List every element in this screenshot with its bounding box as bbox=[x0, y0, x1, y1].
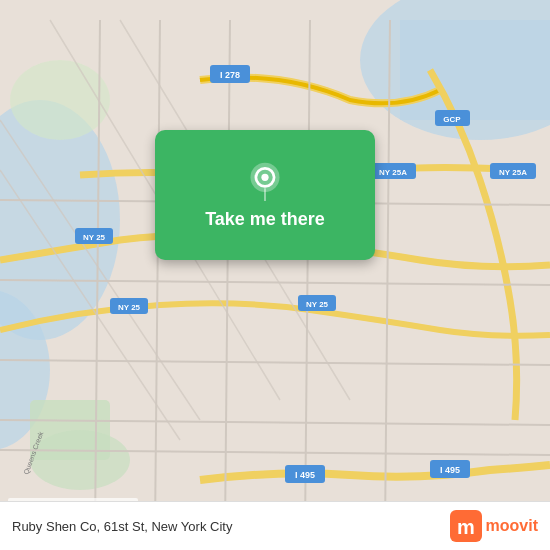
moovit-logo: m moovit bbox=[450, 510, 538, 542]
svg-point-45 bbox=[261, 173, 268, 180]
svg-text:NY 25: NY 25 bbox=[306, 300, 329, 309]
svg-text:m: m bbox=[457, 516, 475, 538]
map-container: I 278 NY 25 NY 25A NY 25A NY 25A GCP NY … bbox=[0, 0, 550, 550]
svg-point-6 bbox=[30, 430, 130, 490]
take-me-there-button-label: Take me there bbox=[205, 209, 325, 230]
take-me-there-card[interactable]: Take me there bbox=[155, 130, 375, 260]
moovit-brand-icon: m bbox=[450, 510, 482, 542]
svg-text:I 278: I 278 bbox=[220, 70, 240, 80]
svg-text:I 495: I 495 bbox=[295, 470, 315, 480]
svg-text:NY 25: NY 25 bbox=[83, 233, 106, 242]
location-info-text: Ruby Shen Co, 61st St, New York City bbox=[12, 519, 450, 534]
svg-text:NY 25A: NY 25A bbox=[499, 168, 527, 177]
bottom-bar: Ruby Shen Co, 61st St, New York City m m… bbox=[0, 501, 550, 550]
svg-text:GCP: GCP bbox=[443, 115, 461, 124]
svg-rect-4 bbox=[400, 20, 550, 120]
svg-point-7 bbox=[10, 60, 110, 140]
location-pin-icon bbox=[245, 161, 285, 201]
svg-text:NY 25: NY 25 bbox=[118, 303, 141, 312]
map-background: I 278 NY 25 NY 25A NY 25A NY 25A GCP NY … bbox=[0, 0, 550, 550]
moovit-brand-text: moovit bbox=[486, 517, 538, 535]
svg-text:NY 25A: NY 25A bbox=[379, 168, 407, 177]
svg-text:I 495: I 495 bbox=[440, 465, 460, 475]
